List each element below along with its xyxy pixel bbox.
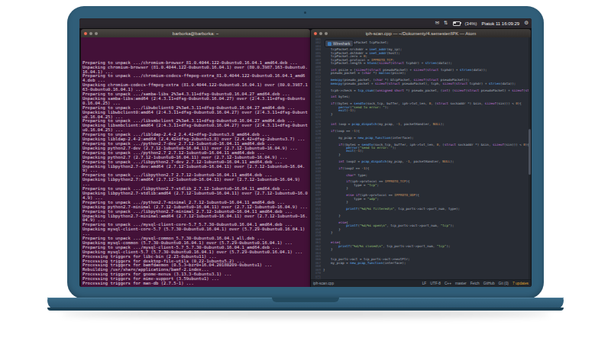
- mail-indicator-icon[interactable]: ✉: [435, 21, 439, 26]
- laptop-base-notch: [272, 298, 339, 302]
- editor-title: iph-scan.cpp — ~/Dokumenty/4.semester/IP…: [311, 31, 531, 36]
- editor-gutter: 3013023033043053063073083093103113123133…: [311, 38, 321, 279]
- status-item[interactable]: LF: [422, 282, 427, 285]
- terminal-body[interactable]: Preparing to unpack .../chromium-browser…: [81, 37, 310, 287]
- editor-code[interactable]: struct pseudoPacket tcpPacket; tcpPacket…: [323, 38, 529, 279]
- terminal-window: barborka@barborka: ~ Preparing to unpack…: [81, 29, 310, 287]
- webcam: [304, 11, 306, 14]
- close-button[interactable]: [84, 32, 87, 35]
- wireshark-icon: [328, 42, 331, 46]
- minimize-button[interactable]: [89, 32, 92, 35]
- status-file-name[interactable]: iph-scan.cpp: [313, 282, 334, 285]
- session-gear-icon[interactable]: ⚙: [524, 21, 529, 26]
- close-button[interactable]: [314, 32, 317, 35]
- battery-icon[interactable]: [453, 21, 461, 26]
- scrollbar-thumb[interactable]: [529, 129, 531, 175]
- laptop-base: [47, 298, 564, 311]
- status-item[interactable]: master: [455, 282, 467, 285]
- status-item[interactable]: Git (0): [499, 282, 509, 285]
- battery-percent: (34%): [465, 21, 477, 26]
- editor-scrollbar[interactable]: [529, 37, 531, 279]
- network-indicator-icon[interactable]: ⇅: [444, 21, 448, 26]
- code-line: tcph->check = tcp_csum((unsigned short *…: [323, 89, 529, 92]
- wireshark-chip-label: Wireshark: [333, 41, 351, 46]
- terminal-line: Processing triggers for man-db (2.7.5-1)…: [82, 282, 309, 286]
- laptop-shadow: [61, 310, 550, 317]
- editor-area[interactable]: 3013023033043053063073083093103113123133…: [311, 37, 531, 279]
- system-top-bar: ✉ ⇅ (34%) Piatok 11 16:09:29 ⚙: [79, 18, 532, 28]
- window-controls: [314, 32, 328, 35]
- maximize-button[interactable]: [325, 32, 328, 35]
- status-item[interactable]: GitHub: [483, 282, 495, 285]
- status-item[interactable]: UTF-8: [430, 282, 441, 285]
- status-item[interactable]: Fetch: [470, 282, 480, 285]
- status-updates-badge[interactable]: 7 updates: [512, 282, 529, 285]
- editor-titlebar[interactable]: iph-scan.cpp — ~/Dokumenty/4.semester/IP…: [311, 29, 531, 37]
- minimize-button[interactable]: [319, 32, 322, 35]
- editor-status-bar: iph-scan.cpp LFUTF-8C++masterFetchGitHub…: [311, 279, 531, 287]
- terminal-title: barborka@barborka: ~: [81, 31, 310, 36]
- laptop-mockup: ✉ ⇅ (34%) Piatok 11 16:09:29 ⚙ barborka@…: [0, 0, 611, 364]
- window-controls: [84, 32, 98, 35]
- clock[interactable]: Piatok 11 16:09:29: [482, 21, 520, 26]
- code-line: memcpy(pseudo_packet + sizeof(struct pse…: [323, 82, 529, 85]
- status-items: LFUTF-8C++masterFetchGitHubGit (0): [422, 282, 509, 285]
- editor-window: iph-scan.cpp — ~/Dokumenty/4.semester/IP…: [311, 29, 531, 287]
- terminal-line: Unpacking libpython2.7-stdlib:amd64 (2.7…: [82, 192, 309, 201]
- terminal-line: Unpacking samba-libs:amd64 (2:4.3.11+dfs…: [82, 97, 309, 106]
- laptop-base-lip: [47, 308, 564, 311]
- terminal-titlebar[interactable]: barborka@barborka: ~: [81, 29, 310, 37]
- laptop-screen: ✉ ⇅ (34%) Piatok 11 16:09:29 ⚙ barborka@…: [79, 18, 532, 287]
- system-tray: ✉ ⇅ (34%) Piatok 11 16:09:29 ⚙: [435, 18, 529, 28]
- wireshark-chip[interactable]: Wireshark: [325, 40, 354, 47]
- maximize-button[interactable]: [95, 32, 98, 35]
- status-item[interactable]: C++: [445, 282, 451, 285]
